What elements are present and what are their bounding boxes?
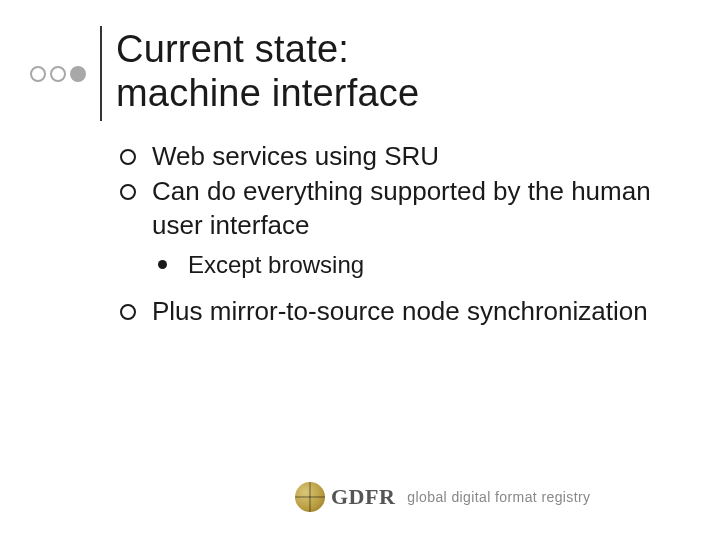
- bullet-text: Web services using SRU: [152, 141, 439, 171]
- divider: [100, 26, 102, 121]
- logo-text: GDFR: [331, 484, 395, 510]
- logo-tagline: global digital format registry: [407, 489, 590, 505]
- bullet-text: Plus mirror-to-source node synchronizati…: [152, 296, 648, 326]
- logo-mark: GDFR: [295, 482, 395, 512]
- dot-icon: [50, 66, 66, 82]
- dot-icon: [70, 66, 86, 82]
- title-line-1: Current state:: [116, 28, 349, 70]
- list-subitem: Except browsing: [158, 250, 680, 281]
- slide-title: Current state:machine interface: [116, 28, 419, 115]
- bullet-text: Can do everything supported by the human…: [152, 176, 651, 239]
- list-item: Plus mirror-to-source node synchronizati…: [120, 295, 680, 328]
- list-item: Can do everything supported by the human…: [120, 175, 680, 242]
- title-line-2: machine interface: [116, 72, 419, 114]
- footer-logo: GDFR global digital format registry: [295, 482, 591, 512]
- globe-icon: [295, 482, 325, 512]
- bullet-text: Except browsing: [188, 251, 364, 278]
- slide-body: Web services using SRU Can do everything…: [120, 140, 680, 330]
- list-item: Web services using SRU: [120, 140, 680, 173]
- decorative-dots: [30, 66, 86, 82]
- dot-icon: [30, 66, 46, 82]
